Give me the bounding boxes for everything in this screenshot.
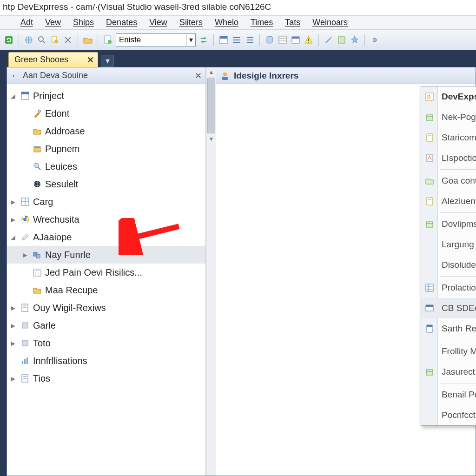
menu-item[interactable]: Staricombuges Temble <box>421 127 476 148</box>
svg-rect-48 <box>33 269 41 271</box>
menu-item[interactable]: CB SDEcium Your Mothrounton... <box>421 298 476 318</box>
bookmark-icon[interactable] <box>50 35 60 45</box>
tree-item[interactable]: ▶Garle <box>7 317 205 334</box>
refresh-icon[interactable] <box>4 35 14 45</box>
context-menu[interactable]: DDevExpsress Cheroe▶Nek-Poglency Tchappl… <box>421 86 476 426</box>
back-icon[interactable]: ← <box>11 70 20 81</box>
menu-item[interactable]: Disolude raat...▶ <box>421 255 476 275</box>
menu-item[interactable]: Sarth Requate... <box>421 318 476 339</box>
menu-item-label: Largung Neesiter... <box>442 239 476 250</box>
menu-item-label: Staricombuges Temble <box>442 132 476 143</box>
scroll-down-icon[interactable]: ▼ <box>206 134 216 144</box>
menu-view[interactable]: View <box>149 18 167 27</box>
svg-rect-82 <box>427 325 432 327</box>
tree-item[interactable]: Pupnem <box>7 140 205 158</box>
wand-icon[interactable] <box>324 35 334 45</box>
config-combo[interactable]: ▾ <box>116 33 196 46</box>
close-icon[interactable]: ✕ <box>87 55 94 65</box>
tree-item[interactable]: Sesulelt <box>7 175 205 193</box>
fixer-title: Idesigle Inxrers <box>234 71 298 81</box>
list-icon[interactable] <box>231 35 242 45</box>
scroll-thumb[interactable] <box>207 78 215 133</box>
expander-closed-icon[interactable]: ▶ <box>11 198 17 205</box>
chevron-down-icon[interactable]: ▾ <box>186 34 195 46</box>
globe-icon[interactable] <box>24 35 34 45</box>
expander-closed-icon[interactable]: ▶ <box>11 304 17 311</box>
open-folder-icon[interactable] <box>83 35 93 45</box>
search-icon[interactable] <box>37 35 47 45</box>
menu-adt[interactable]: Adt <box>20 18 33 27</box>
menu-whelo[interactable]: Whelo <box>215 18 238 27</box>
menu-item[interactable]: Frollity Mork... <box>421 341 476 362</box>
list2-icon[interactable] <box>245 35 255 45</box>
menu-tats[interactable]: Tats <box>285 18 300 27</box>
svg-rect-32 <box>21 92 29 94</box>
tree-item[interactable]: ▶Ouy Wigil-Rexiws <box>7 299 205 317</box>
tree-item[interactable]: Jed Pain Oevi Risilics... <box>7 264 205 281</box>
menu-item[interactable]: LIspoction <box>421 148 476 168</box>
tree-item[interactable]: ◢AJaaiope <box>7 228 205 246</box>
panel-close-icon[interactable]: ✕ <box>195 71 202 81</box>
tab-label: Green Shooes <box>14 55 68 65</box>
db-icon[interactable] <box>264 35 275 45</box>
scroll-up-icon[interactable]: ▲ <box>206 67 216 77</box>
menu-item[interactable]: Goa contraete▶ <box>421 171 476 191</box>
menu-item[interactable]: Dovlipmssue R& Prumole...▶ <box>421 214 476 234</box>
tree-item[interactable]: Edont <box>7 105 205 122</box>
expander-closed-icon[interactable]: ▶ <box>11 340 17 347</box>
expander-closed-icon[interactable]: ▶ <box>11 322 17 329</box>
tree-item[interactable]: ▶Toto <box>7 334 205 352</box>
menu-item[interactable]: Pocnfcction <box>421 405 476 425</box>
solution-tree[interactable]: ◢PrinjectEdontAddroasePupnemLeuicesSesul… <box>7 84 205 476</box>
component-icon[interactable] <box>337 35 347 45</box>
sq-icon <box>20 338 30 348</box>
menu-item[interactable]: Benail Pog... <box>421 384 476 405</box>
tree-item[interactable]: Maa Recupe <box>7 281 205 299</box>
dx-icon: D <box>424 92 435 102</box>
gear-icon[interactable] <box>370 35 380 45</box>
menu-item[interactable]: Aleziuentions <box>421 191 476 212</box>
new-tab-button[interactable]: ▾ <box>101 55 114 67</box>
svg-point-9 <box>108 40 112 44</box>
menu-item[interactable]: Nek-Poglency Tchapplie <box>421 107 476 127</box>
props-icon[interactable] <box>278 35 288 45</box>
menu-item[interactable]: Jasurect... <box>421 362 476 382</box>
menu-weinoars[interactable]: Weinoars <box>312 18 348 27</box>
menu-siiters[interactable]: Siiters <box>179 18 203 27</box>
tree-item[interactable]: ▶Carg <box>7 193 205 211</box>
expander-closed-icon[interactable]: ▶ <box>11 375 17 382</box>
menu-vew[interactable]: Vew <box>45 18 61 27</box>
menu-item[interactable]: Prolaction... <box>421 278 476 298</box>
expander-closed-icon[interactable]: ▶ <box>11 216 17 223</box>
tree-item[interactable]: Addroase <box>7 122 205 140</box>
svg-rect-46 <box>36 254 40 258</box>
menu-item-label: Jasurect... <box>442 367 476 377</box>
tree-item[interactable]: ▶Nay Funrle <box>7 246 205 264</box>
swap-icon[interactable] <box>198 35 209 45</box>
expander-open-icon[interactable]: ◢ <box>11 234 17 241</box>
menu-ships[interactable]: Ships <box>73 18 94 27</box>
tree-item[interactable]: Innfrllisations <box>7 352 205 370</box>
new-doc-icon[interactable] <box>103 35 113 45</box>
tree-item[interactable]: Leuices <box>7 158 205 175</box>
delete-icon[interactable] <box>63 35 73 45</box>
config-combo-input[interactable] <box>116 34 186 46</box>
warning-icon[interactable] <box>304 35 314 45</box>
menu-times[interactable]: Times <box>251 18 273 27</box>
page-icon <box>424 132 435 143</box>
tree-scrollbar[interactable]: ▲ ▼ <box>206 67 216 476</box>
window-icon[interactable] <box>291 35 301 45</box>
expander-closed-icon[interactable]: ▶ <box>23 251 29 258</box>
layout-icon[interactable] <box>218 35 229 45</box>
menu-item[interactable]: Largung Neesiter...▶ <box>421 234 476 255</box>
tree-item[interactable]: ◢Prinject <box>7 87 205 105</box>
tree-item[interactable]: ▶Wrechusita <box>7 211 205 228</box>
menu-denates[interactable]: Denates <box>106 18 137 27</box>
tree-item[interactable]: ▶Tios <box>7 370 205 387</box>
expander-open-icon[interactable]: ◢ <box>11 93 17 99</box>
svg-line-26 <box>326 37 331 43</box>
tab-green-shooes[interactable]: Green Shooes ✕ <box>8 52 98 67</box>
magic-icon[interactable] <box>350 35 360 45</box>
menu-item[interactable]: DDevExpsress Cheroe▶ <box>421 86 476 107</box>
menu-item-label: Aleziuentions <box>442 196 476 206</box>
